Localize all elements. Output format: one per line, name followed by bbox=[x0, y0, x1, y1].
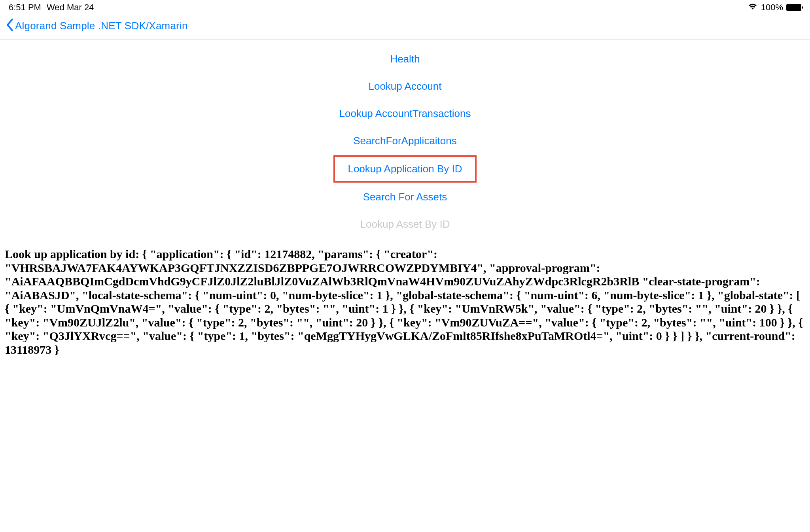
action-health[interactable]: Health bbox=[380, 45, 429, 73]
action-lookup-asset-by-id: Lookup Asset By ID bbox=[351, 211, 460, 238]
result-text: Look up application by id: { "applicatio… bbox=[0, 238, 810, 357]
status-date: Wed Mar 24 bbox=[47, 2, 94, 13]
action-search-for-applications[interactable]: SearchForApplicaitons bbox=[344, 127, 466, 155]
battery-percent: 100% bbox=[761, 2, 783, 13]
nav-back-label: Algorand Sample .NET SDK/Xamarin bbox=[15, 20, 188, 32]
status-bar: 6:51 PM Wed Mar 24 100% bbox=[0, 0, 810, 14]
back-button[interactable]: Algorand Sample .NET SDK/Xamarin bbox=[6, 18, 188, 33]
action-lookup-application-by-id[interactable]: Lookup Application By ID bbox=[333, 155, 476, 183]
battery-icon bbox=[786, 4, 801, 11]
action-search-for-assets[interactable]: Search For Assets bbox=[354, 183, 456, 211]
content: Health Lookup Account Lookup AccountTran… bbox=[0, 40, 810, 357]
action-lookup-account[interactable]: Lookup Account bbox=[359, 73, 451, 100]
action-list: Health Lookup Account Lookup AccountTran… bbox=[0, 45, 810, 238]
status-time: 6:51 PM bbox=[9, 2, 41, 13]
wifi-icon bbox=[748, 2, 758, 13]
action-lookup-account-transactions[interactable]: Lookup AccountTransactions bbox=[330, 100, 481, 127]
status-right: 100% bbox=[748, 2, 801, 13]
status-left: 6:51 PM Wed Mar 24 bbox=[9, 2, 94, 13]
nav-bar: Algorand Sample .NET SDK/Xamarin bbox=[0, 14, 810, 40]
chevron-left-icon bbox=[6, 18, 14, 33]
